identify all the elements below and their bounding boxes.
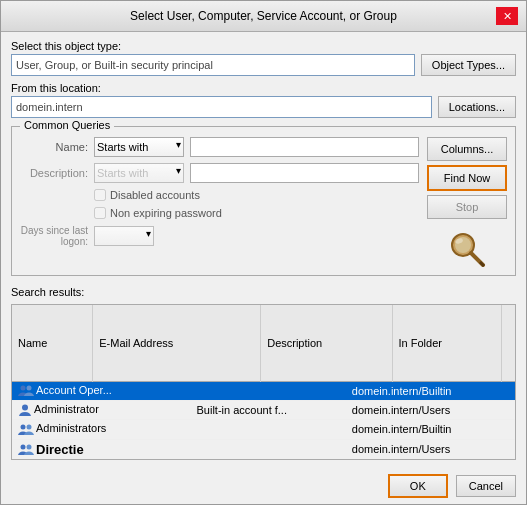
results-label: Search results: bbox=[11, 286, 516, 298]
magnifier-icon bbox=[447, 229, 487, 269]
desc-label: Description: bbox=[20, 167, 88, 179]
group-left: Name: Starts with Description: bbox=[20, 137, 419, 269]
svg-point-7 bbox=[22, 405, 28, 411]
title-bar: Select User, Computer, Service Account, … bbox=[1, 1, 526, 32]
cell-name: Administrator bbox=[12, 401, 172, 420]
disabled-accounts-label: Disabled accounts bbox=[110, 189, 200, 201]
svg-point-8 bbox=[21, 424, 26, 429]
cancel-button[interactable]: Cancel bbox=[456, 475, 516, 497]
nonexpiring-password-label: Non expiring password bbox=[110, 207, 222, 219]
desc-row: Description: Starts with bbox=[20, 163, 419, 183]
group-right: Columns... Find Now Stop bbox=[427, 137, 507, 269]
col-scroll-spacer bbox=[501, 305, 515, 382]
cell-folder: domein.intern/Builtin bbox=[346, 382, 515, 401]
disabled-accounts-checkbox[interactable] bbox=[94, 189, 106, 201]
table-row[interactable]: Directie domein.intern/Users bbox=[12, 439, 515, 459]
desc-select-wrap: Starts with bbox=[94, 163, 184, 183]
object-type-row: Object Types... bbox=[11, 54, 516, 76]
magnifier-icon-wrap bbox=[427, 229, 507, 269]
locations-button[interactable]: Locations... bbox=[438, 96, 516, 118]
cell-description bbox=[191, 420, 346, 439]
bottom-row: OK Cancel bbox=[1, 468, 526, 504]
svg-point-10 bbox=[21, 445, 26, 450]
columns-button[interactable]: Columns... bbox=[427, 137, 507, 161]
object-type-label: Select this object type: bbox=[11, 40, 516, 52]
cell-name: Account Oper... bbox=[12, 382, 172, 401]
cell-email bbox=[172, 401, 190, 420]
days-select[interactable] bbox=[94, 226, 154, 246]
cell-name: Directie bbox=[12, 439, 172, 459]
location-input[interactable] bbox=[11, 96, 432, 118]
results-data-table: Account Oper... domein.intern/Builtin Ad… bbox=[12, 382, 515, 459]
name-value-input[interactable] bbox=[190, 137, 419, 157]
table-row[interactable]: Administrator Built-in account f... dome… bbox=[12, 401, 515, 420]
nonexpiring-row: Non expiring password bbox=[94, 207, 419, 219]
name-condition-select[interactable]: Starts with bbox=[94, 137, 184, 157]
results-header: Name E-Mail Address Description In Folde… bbox=[12, 305, 515, 382]
svg-point-5 bbox=[21, 386, 26, 391]
select-user-dialog: Select User, Computer, Service Account, … bbox=[0, 0, 527, 505]
results-scroll[interactable]: Account Oper... domein.intern/Builtin Ad… bbox=[12, 382, 515, 459]
common-queries-group: Common Queries Name: Starts with bbox=[11, 126, 516, 276]
table-row[interactable]: Administrators domein.intern/Builtin bbox=[12, 420, 515, 439]
stop-button[interactable]: Stop bbox=[427, 195, 507, 219]
cell-email bbox=[172, 382, 190, 401]
svg-point-11 bbox=[27, 445, 32, 450]
results-table: Name E-Mail Address Description In Folde… bbox=[12, 305, 515, 382]
close-button[interactable]: ✕ bbox=[496, 7, 518, 25]
row-icon bbox=[18, 384, 36, 396]
name-select-wrap: Starts with bbox=[94, 137, 184, 157]
results-table-wrap: Name E-Mail Address Description In Folde… bbox=[11, 304, 516, 460]
cell-description bbox=[191, 439, 346, 459]
svg-point-6 bbox=[27, 386, 32, 391]
cell-folder: domein.intern/Users bbox=[346, 401, 515, 420]
dialog-body: Select this object type: Object Types...… bbox=[1, 32, 526, 468]
name-row: Name: Starts with bbox=[20, 137, 419, 157]
nonexpiring-password-checkbox[interactable] bbox=[94, 207, 106, 219]
days-label: Days since last logon: bbox=[20, 225, 88, 247]
cell-folder: domein.intern/Builtin bbox=[346, 420, 515, 439]
cell-name: Administrators bbox=[12, 420, 172, 439]
object-type-input[interactable] bbox=[11, 54, 415, 76]
location-label: From this location: bbox=[11, 82, 516, 94]
common-queries-legend: Common Queries bbox=[20, 119, 114, 131]
ok-button[interactable]: OK bbox=[388, 474, 448, 498]
days-row: Days since last logon: bbox=[20, 225, 419, 247]
dialog-title: Select User, Computer, Service Account, … bbox=[31, 9, 496, 23]
group-inner: Name: Starts with Description: bbox=[20, 137, 507, 269]
object-type-section: Select this object type: Object Types... bbox=[11, 40, 516, 76]
cell-description bbox=[191, 382, 346, 401]
cell-email bbox=[172, 439, 190, 459]
desc-value-input[interactable] bbox=[190, 163, 419, 183]
cell-description: Built-in account f... bbox=[191, 401, 346, 420]
row-icon bbox=[18, 442, 36, 457]
disabled-accounts-row: Disabled accounts bbox=[94, 189, 419, 201]
row-icon bbox=[18, 403, 34, 415]
desc-condition-select[interactable]: Starts with bbox=[94, 163, 184, 183]
cell-folder: domein.intern/Users bbox=[346, 439, 515, 459]
table-row[interactable]: Account Oper... domein.intern/Builtin bbox=[12, 382, 515, 401]
object-types-button[interactable]: Object Types... bbox=[421, 54, 516, 76]
col-email[interactable]: E-Mail Address bbox=[93, 305, 261, 382]
location-section: From this location: Locations... bbox=[11, 82, 516, 118]
col-folder[interactable]: In Folder bbox=[392, 305, 501, 382]
find-now-button[interactable]: Find Now bbox=[427, 165, 507, 191]
col-desc[interactable]: Description bbox=[261, 305, 392, 382]
name-label: Name: bbox=[20, 141, 88, 153]
col-name[interactable]: Name bbox=[12, 305, 93, 382]
row-icon bbox=[18, 422, 36, 434]
cell-email bbox=[172, 420, 190, 439]
svg-point-9 bbox=[27, 424, 32, 429]
days-select-wrap bbox=[94, 226, 154, 246]
location-row: Locations... bbox=[11, 96, 516, 118]
